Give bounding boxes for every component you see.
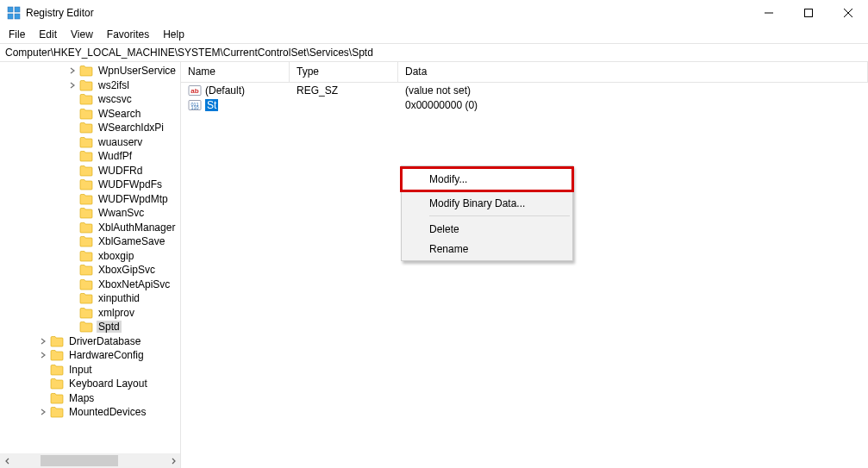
- folder-icon: [50, 406, 64, 418]
- folder-icon: [79, 207, 93, 219]
- svg-rect-1: [15, 7, 20, 12]
- menu-view[interactable]: View: [64, 27, 100, 42]
- context-menu-item[interactable]: Delete: [403, 219, 571, 239]
- value-name: (Default): [205, 84, 245, 97]
- folder-icon: [79, 150, 93, 162]
- list-row[interactable]: 011110St0x00000000 (0): [181, 97, 868, 112]
- tree-root: WpnUserServicews2ifslwscsvcWSearchWSearc…: [0, 62, 180, 420]
- horizontal-scrollbar[interactable]: [0, 453, 180, 468]
- tree-pane: WpnUserServicews2ifslwscsvcWSearchWSearc…: [0, 62, 181, 468]
- folder-icon: [79, 65, 93, 77]
- tree-node[interactable]: ws2ifsl: [0, 78, 180, 93]
- menu-help[interactable]: Help: [156, 27, 191, 42]
- tree-node-label: WUDFWpdFs: [97, 178, 164, 190]
- tree-node[interactable]: MountedDevices: [0, 405, 180, 420]
- tree-node[interactable]: HardwareConfig: [0, 348, 180, 363]
- close-button[interactable]: [828, 0, 868, 26]
- cell-type: REG_SZ: [290, 84, 398, 97]
- scroll-thumb[interactable]: [41, 455, 118, 466]
- tree-node[interactable]: xinputhid: [0, 291, 180, 306]
- folder-icon: [79, 108, 93, 120]
- tree-node[interactable]: WSearch: [0, 107, 180, 122]
- maximize-button[interactable]: [789, 0, 828, 26]
- list-rows: ab(Default)REG_SZ(value not set)011110St…: [181, 83, 868, 112]
- context-menu-item[interactable]: Modify Binary Data...: [403, 193, 571, 213]
- svg-text:110: 110: [190, 105, 198, 110]
- folder-icon: [79, 165, 93, 177]
- expander-icon[interactable]: [38, 352, 48, 359]
- svg-rect-0: [8, 7, 13, 12]
- folder-icon: [79, 292, 93, 304]
- column-type[interactable]: Type: [290, 62, 398, 82]
- tree-node-label: ws2ifsl: [97, 79, 131, 91]
- tree-node[interactable]: WUDFWpdMtp: [0, 192, 180, 207]
- folder-icon: [79, 250, 93, 262]
- list-pane: Name Type Data ab(Default)REG_SZ(value n…: [181, 62, 868, 468]
- tree-node[interactable]: XblAuthManager: [0, 221, 180, 235]
- tree-node[interactable]: WudfPf: [0, 149, 180, 164]
- tree-node-label: XboxGipSvc: [97, 264, 157, 276]
- tree-node[interactable]: xboxgip: [0, 249, 180, 264]
- tree-node[interactable]: WSearchIdxPi: [0, 121, 180, 135]
- tree-node-label: XboxNetApiSvc: [97, 278, 172, 290]
- svg-rect-3: [15, 14, 20, 19]
- tree-node[interactable]: WwanSvc: [0, 206, 180, 221]
- svg-text:ab: ab: [190, 87, 198, 95]
- cell-name: ab(Default): [181, 84, 290, 97]
- tree-node-label: WwanSvc: [97, 207, 146, 219]
- tree-node[interactable]: WpnUserService: [0, 64, 180, 78]
- tree-node-label: XblAuthManager: [97, 222, 177, 234]
- tree-node-label: xboxgip: [97, 250, 135, 262]
- tree-node[interactable]: Input: [0, 363, 180, 378]
- column-data[interactable]: Data: [398, 62, 868, 82]
- menu-favorites[interactable]: Favorites: [100, 27, 156, 42]
- tree-node[interactable]: XboxGipSvc: [0, 263, 180, 278]
- list-row[interactable]: ab(Default)REG_SZ(value not set): [181, 83, 868, 97]
- folder-icon: [79, 193, 93, 205]
- scroll-track[interactable]: [15, 453, 165, 468]
- menubar: File Edit View Favorites Help: [0, 26, 868, 43]
- list-header: Name Type Data: [181, 62, 868, 83]
- folder-icon: [50, 335, 64, 347]
- expander-icon[interactable]: [67, 82, 78, 89]
- tree-node[interactable]: WUDFWpdFs: [0, 178, 180, 192]
- folder-icon: [79, 122, 93, 134]
- menu-file[interactable]: File: [2, 27, 32, 42]
- folder-icon: [79, 264, 93, 276]
- expander-icon[interactable]: [38, 338, 48, 345]
- tree-node[interactable]: Keyboard Layout: [0, 377, 180, 391]
- tree-node-label: XblGameSave: [97, 235, 166, 247]
- window-title: Registry Editor: [26, 7, 749, 19]
- tree-node[interactable]: DriverDatabase: [0, 334, 180, 349]
- context-menu-item[interactable]: Rename: [403, 239, 571, 259]
- folder-icon: [50, 392, 64, 404]
- expander-icon[interactable]: [67, 67, 78, 74]
- cell-data: 0x00000000 (0): [398, 99, 868, 111]
- tree-node[interactable]: Maps: [0, 391, 180, 406]
- cell-name: 011110St: [181, 98, 290, 112]
- tree-node[interactable]: wuauserv: [0, 135, 180, 150]
- context-menu-item[interactable]: Modify...: [402, 168, 572, 190]
- scroll-left-button[interactable]: [0, 453, 15, 468]
- folder-icon: [79, 93, 93, 105]
- column-name[interactable]: Name: [181, 62, 290, 82]
- tree-node[interactable]: XboxNetApiSvc: [0, 278, 180, 292]
- folder-icon: [79, 321, 93, 333]
- tree-node-label: MountedDevices: [67, 406, 147, 418]
- string-value-icon: ab: [188, 84, 202, 97]
- tree-node-label: Keyboard Layout: [67, 378, 149, 390]
- tree-node[interactable]: xmlprov: [0, 306, 180, 321]
- tree-node-label: WudfPf: [97, 150, 134, 162]
- minimize-button[interactable]: [749, 0, 789, 26]
- tree-scroll[interactable]: WpnUserServicews2ifslwscsvcWSearchWSearc…: [0, 62, 180, 453]
- folder-icon: [79, 79, 93, 91]
- address-bar[interactable]: Computer\HKEY_LOCAL_MACHINE\SYSTEM\Curre…: [0, 43, 868, 62]
- expander-icon[interactable]: [38, 409, 48, 415]
- scroll-right-button[interactable]: [165, 453, 180, 468]
- tree-node[interactable]: Sptd: [0, 320, 180, 334]
- menu-edit[interactable]: Edit: [32, 27, 64, 42]
- tree-node[interactable]: XblGameSave: [0, 234, 180, 249]
- tree-node[interactable]: wscsvc: [0, 92, 180, 107]
- window-buttons: [749, 0, 868, 26]
- tree-node[interactable]: WUDFRd: [0, 164, 180, 178]
